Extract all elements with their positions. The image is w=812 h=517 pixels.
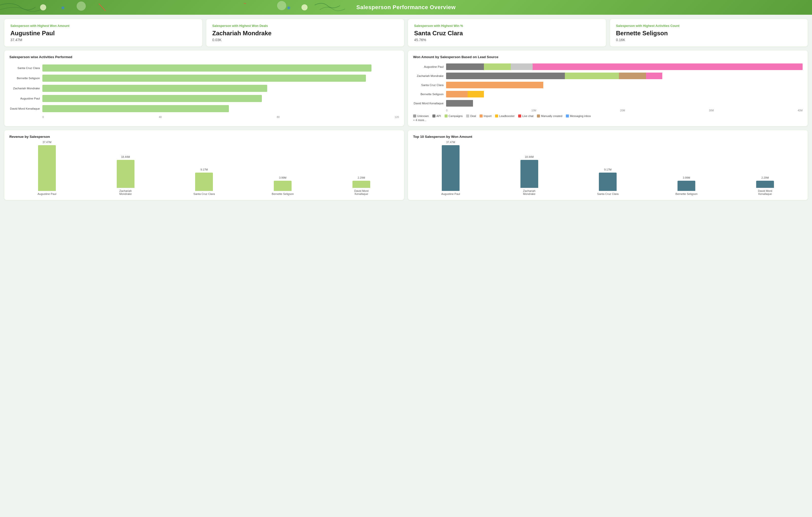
col-label-4: David Mord Kenafaque: [350, 189, 373, 195]
col-axis-line-3: [677, 191, 695, 191]
col-value-1: 18.44M: [121, 155, 130, 159]
legend-box-3: [466, 114, 469, 117]
won-amount-segment-0-1: [484, 63, 511, 70]
col-axis-line-1: [117, 188, 135, 188]
activities-bar-wrap-1: [42, 75, 399, 82]
main-content: Salesperson with Highest Won Amount Augu…: [0, 15, 812, 204]
col-label-3: Bernette Seligson: [272, 192, 294, 195]
activities-axis-tick: 0: [42, 116, 44, 118]
col-bar-3: 3.99M: [677, 181, 695, 191]
activities-bar-0: [42, 64, 372, 71]
col-bar-2: 9.17M: [599, 173, 617, 191]
col-label-0: Augustine Paul: [441, 192, 460, 195]
revenue-col-chart: 37.47M Augustine Paul 18.44M Zachariah M…: [9, 142, 399, 195]
col-axis-line-1: [520, 188, 538, 188]
activities-bar-label-2: Zachariah Mondrake: [9, 87, 40, 90]
col-value-0: 37.47M: [42, 141, 51, 144]
col-group-2: 9.17M Santa Cruz Clara: [571, 173, 645, 195]
won-amount-bar-label-4: David Mord Kenafaque: [413, 102, 443, 105]
charts-row-1: Salesperson wise Activities Performed Sa…: [4, 50, 808, 126]
svg-text:✳: ✳: [61, 6, 65, 11]
kpi-card-0: Salesperson with Highest Won Amount Augu…: [4, 19, 202, 47]
won-amount-axis: 010M20M30M40M: [413, 109, 803, 112]
col-value-1: 18.44M: [525, 155, 534, 159]
activities-bar-1: [42, 75, 366, 82]
header: ✳ ~ ✳ Salesperson Performance Overview: [0, 0, 812, 15]
kpi-card-2: Salesperson with Highest Win % Santa Cru…: [408, 19, 606, 47]
col-group-0: 37.47M Augustine Paul: [413, 145, 488, 195]
won-amount-segment-2-0: [446, 82, 543, 88]
col-axis-line-2: [599, 191, 617, 191]
col-label-3: Bernette Seligson: [675, 192, 698, 195]
col-group-3: 3.99M Bernette Seligson: [649, 181, 724, 195]
svg-text:~: ~: [243, 1, 246, 6]
col-value-2: 9.17M: [604, 168, 612, 171]
charts-row-2: Revenue by Salesperson 37.47M Augustine …: [4, 130, 808, 200]
activities-hbar-chart: Santa Cruz Clara Bernette Seligson Zacha…: [9, 62, 399, 114]
kpi-label-2: Salesperson with Highest Win %: [414, 24, 600, 28]
legend-label-2: Campaigns: [448, 114, 463, 117]
won-amount-axis-tick: 10M: [531, 109, 536, 112]
kpi-name-2: Santa Cruz Clara: [414, 30, 600, 37]
activities-bar-wrap-4: [42, 105, 399, 112]
won-amount-segment-3-1: [468, 91, 484, 97]
won-amount-bar-row-3: Bernette Seligson: [413, 91, 803, 97]
kpi-value-1: 0.03K: [212, 38, 398, 42]
activities-bar-label-0: Santa Cruz Clara: [9, 66, 40, 69]
legend-item-8: Messaging inbox: [566, 114, 591, 117]
col-bar-0: 37.47M: [442, 145, 460, 191]
top10-chart-card: Top 10 Salesperson by Won Amount 37.47M …: [408, 130, 808, 200]
kpi-card-3: Salesperson with Highest Activities Coun…: [610, 19, 808, 47]
revenue-chart-title: Revenue by Salesperson: [9, 135, 399, 139]
activities-bar-row-2: Zachariah Mondrake: [9, 85, 399, 92]
col-bar-1: 18.44M: [520, 160, 538, 188]
col-bar-1: 18.44M: [117, 160, 135, 188]
legend-label-3: Deal: [470, 114, 476, 117]
won-amount-bar-wrap-3: [446, 91, 803, 97]
col-bar-4: 2.29M: [352, 181, 370, 188]
legend-item-1: API: [432, 114, 441, 117]
won-amount-legend: Unknown API Campaigns Deal Import Leadbo…: [413, 114, 803, 117]
won-amount-bar-row-2: Santa Cruz Clara: [413, 82, 803, 88]
activities-axis: 04080120: [9, 116, 399, 118]
won-amount-bar-wrap-1: [446, 73, 803, 79]
activities-axis-tick: 80: [277, 116, 280, 118]
won-amount-axis-tick: 0: [446, 109, 447, 112]
won-amount-bar-label-2: Santa Cruz Clara: [413, 84, 443, 87]
legend-item-7: Manually created: [537, 114, 562, 117]
activities-bar-2: [42, 85, 267, 92]
col-label-0: Augustine Paul: [37, 192, 56, 195]
col-group-2: 9.17M Santa Cruz Clara: [167, 173, 242, 195]
won-amount-axis-tick: 30M: [709, 109, 714, 112]
legend-box-4: [480, 114, 483, 117]
col-label-1: Zachariah Mondrake: [518, 189, 541, 195]
won-amount-segment-0-0: [446, 63, 484, 70]
legend-label-7: Manually created: [541, 114, 562, 117]
legend-label-0: Unknown: [417, 114, 429, 117]
col-group-3: 3.99M Bernette Seligson: [245, 181, 320, 195]
legend-label-6: Live chat: [522, 114, 533, 117]
col-value-3: 3.99M: [683, 176, 690, 179]
activities-bar-row-1: Bernette Seligson: [9, 75, 399, 82]
kpi-label-3: Salesperson with Highest Activities Coun…: [616, 24, 802, 28]
svg-point-5: [277, 1, 286, 10]
col-bar-2: 9.17M: [195, 173, 213, 191]
kpi-card-1: Salesperson with Highest Won Deals Zacha…: [206, 19, 404, 47]
legend-box-2: [444, 114, 447, 117]
col-value-0: 37.47M: [446, 141, 455, 144]
col-group-0: 37.47M Augustine Paul: [9, 145, 85, 195]
legend-box-1: [432, 114, 435, 117]
won-amount-bar-row-0: Augustine Paul: [413, 63, 803, 70]
won-amount-bar-row-1: Zachariah Mondrake: [413, 73, 803, 79]
col-bar-3: 3.99M: [274, 181, 292, 191]
activities-bar-label-4: David Mord Kenafaque: [9, 107, 40, 110]
svg-point-0: [40, 4, 46, 10]
won-amount-bar-wrap-0: [446, 63, 803, 70]
won-amount-bar-label-0: Augustine Paul: [413, 65, 443, 68]
legend-label-5: Leadbooster: [499, 114, 515, 117]
won-amount-bar-label-1: Zachariah Mondrake: [413, 75, 443, 78]
activities-axis-tick: 40: [159, 116, 162, 118]
won-amount-segment-1-1: [565, 73, 619, 79]
activities-bar-row-3: Augustine Paul: [9, 95, 399, 102]
won-amount-segment-1-3: [646, 73, 662, 79]
